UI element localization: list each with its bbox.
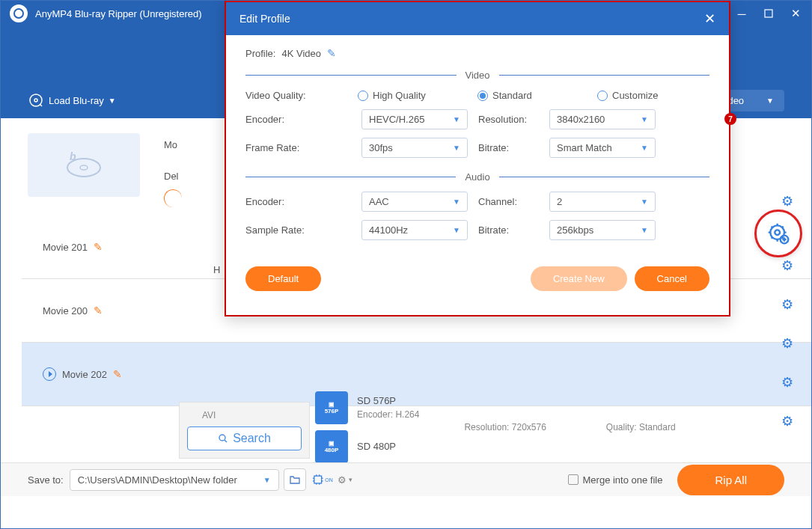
bluray-disc-icon: b xyxy=(65,151,103,180)
svg-point-18 xyxy=(775,230,780,235)
bluray-thumbnail: b xyxy=(28,133,140,197)
settings-gear-icon[interactable]: ⚙ xyxy=(781,296,793,313)
dialog-close-button[interactable]: ✕ xyxy=(704,10,715,27)
maximize-button[interactable] xyxy=(762,9,775,18)
merge-checkbox[interactable] xyxy=(568,474,579,485)
default-button[interactable]: Default xyxy=(245,266,321,291)
cancel-button[interactable]: Cancel xyxy=(635,266,709,291)
resolution-select[interactable]: 3840x2160▼ xyxy=(549,109,656,129)
rip-all-button[interactable]: Rip All xyxy=(677,465,784,495)
search-icon xyxy=(218,433,228,444)
settings-button[interactable]: ⚙▾ xyxy=(338,474,352,486)
save-path-select[interactable]: C:\Users\ADMIN\Desktop\New folder ▼ xyxy=(70,469,279,491)
chevron-down-icon: ▼ xyxy=(109,97,116,105)
quality-custom-radio[interactable]: Customize xyxy=(597,90,709,101)
video-encoder-select[interactable]: HEVC/H.265▼ xyxy=(361,109,468,129)
channel-select[interactable]: 2▼ xyxy=(549,192,656,212)
gear-plus-icon xyxy=(766,221,790,245)
audio-bitrate-select[interactable]: 256kbps▼ xyxy=(549,220,656,240)
svg-point-16 xyxy=(219,435,225,441)
video-bitrate-select[interactable]: Smart Match▼ xyxy=(549,138,656,158)
close-button[interactable]: ✕ xyxy=(789,7,802,20)
framerate-select[interactable]: 30fps▼ xyxy=(361,138,468,158)
format-badge: ▣480P xyxy=(315,430,348,463)
audio-encoder-select[interactable]: AAC▼ xyxy=(361,192,468,212)
dialog-title: Edit Profile xyxy=(239,13,290,25)
svg-rect-20 xyxy=(314,476,322,483)
svg-rect-7 xyxy=(765,10,772,17)
save-to-label: Save to: xyxy=(28,474,64,486)
quality-high-radio[interactable]: High Quality xyxy=(358,90,470,101)
settings-gear-icon[interactable]: ⚙ xyxy=(781,374,793,391)
settings-gear-icon[interactable]: ⚙ xyxy=(781,335,793,352)
open-folder-button[interactable] xyxy=(284,468,306,491)
minimize-button[interactable]: ─ xyxy=(735,7,748,20)
svg-point-12 xyxy=(34,99,37,102)
step-badge: 7 xyxy=(724,113,736,125)
chevron-down-icon: ▼ xyxy=(766,97,774,105)
disc-icon xyxy=(28,92,44,108)
create-new-button[interactable]: Create New xyxy=(531,266,627,291)
samplerate-select[interactable]: 44100Hz▼ xyxy=(361,220,468,240)
settings-gear-icon[interactable]: ⚙ xyxy=(781,413,793,429)
play-icon[interactable] xyxy=(43,367,56,381)
hardware-accel-button[interactable]: ON xyxy=(311,468,333,491)
edit-icon[interactable]: ✎ xyxy=(94,241,103,253)
edit-icon[interactable]: ✎ xyxy=(113,368,122,380)
load-bluray-button[interactable]: Load Blu-ray ▼ xyxy=(28,92,116,108)
bottom-bar: Save to: C:\Users\ADMIN\Desktop\New fold… xyxy=(1,462,811,496)
edit-profile-dialog: Edit Profile ✕ Profile: 4K Video ✎ Video… xyxy=(225,1,730,317)
chevron-down-icon: ▼ xyxy=(263,476,271,484)
search-button[interactable]: Search xyxy=(187,426,302,450)
app-logo xyxy=(10,4,28,22)
settings-gear-icon[interactable]: ⚙ xyxy=(781,193,793,210)
quality-standard-radio[interactable]: Standard xyxy=(477,90,590,101)
format-badge: ▣576P xyxy=(315,391,348,424)
format-row: ▣576P SD 576P Encoder: H.264 ▣480P SD 48… xyxy=(315,395,759,459)
edit-profile-icon[interactable]: ✎ xyxy=(327,47,336,59)
window-title: AnyMP4 Blu-ray Ripper (Unregistered) xyxy=(35,8,202,19)
svg-text:b: b xyxy=(70,151,76,162)
svg-point-14 xyxy=(80,165,88,170)
settings-gear-icon[interactable]: ⚙ xyxy=(781,257,793,274)
edit-icon[interactable]: ✎ xyxy=(94,305,103,317)
custom-profile-button[interactable] xyxy=(754,210,802,257)
search-panel: AVI Search xyxy=(179,402,310,459)
